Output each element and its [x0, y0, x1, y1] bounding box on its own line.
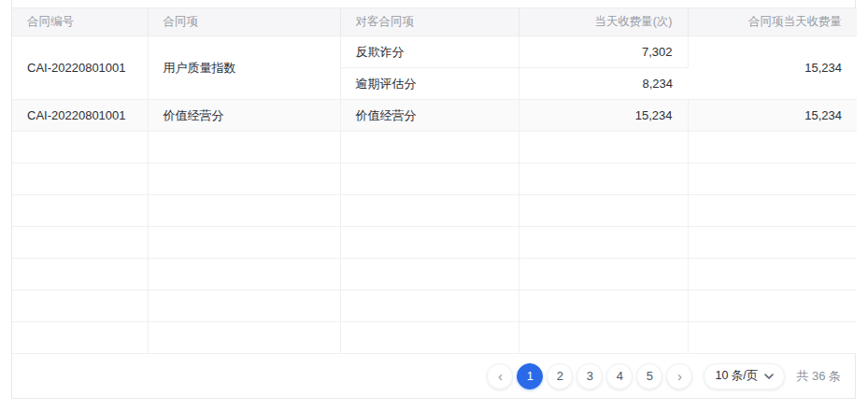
empty-row	[12, 290, 857, 322]
empty-row	[12, 322, 857, 354]
chevron-left-icon: ‹	[498, 369, 503, 383]
header-customer-contract-item: 对客合同项	[340, 8, 519, 36]
header-row: 合同编号 合同项 对客合同项 当天收费量(次) 合同项当天收费量	[12, 8, 857, 36]
empty-row	[12, 227, 857, 259]
header-item-daily-charge: 合同项当天收费量	[688, 8, 857, 36]
empty-row	[12, 163, 857, 195]
daily-count-cell: 7,302	[519, 36, 688, 68]
chevron-down-icon	[764, 374, 774, 379]
customer-item-cell: 价值经营分	[340, 100, 519, 132]
next-page-button[interactable]: ›	[666, 363, 692, 389]
prev-page-button[interactable]: ‹	[487, 363, 513, 389]
page-button-2[interactable]: 2	[547, 363, 573, 389]
empty-row	[12, 195, 857, 227]
item-total-cell: 15,234	[688, 36, 857, 100]
table-row: CAI-20220801001 价值经营分 价值经营分 15,234 15,23…	[12, 100, 857, 132]
daily-count-cell: 15,234	[519, 100, 688, 132]
chevron-right-icon: ›	[677, 369, 682, 383]
pagination-bar: ‹ 1 2 3 4 5 › 10 条/页 共 36 条	[12, 354, 855, 398]
header-contract-id: 合同编号	[12, 8, 148, 36]
contract-id-cell: CAI-20220801001	[12, 36, 148, 100]
table-panel: 合同编号 合同项 对客合同项 当天收费量(次) 合同项当天收费量 CAI-202…	[11, 0, 856, 399]
page-button-4[interactable]: 4	[606, 363, 633, 389]
table-row: CAI-20220801001 用户质量指数 反欺诈分 7,302 15,234	[12, 36, 857, 68]
contract-item-cell: 价值经营分	[148, 100, 340, 132]
total-count-label: 共 36 条	[796, 368, 841, 385]
daily-count-cell: 8,234	[519, 68, 688, 100]
header-contract-item: 合同项	[148, 8, 340, 36]
empty-row	[12, 132, 857, 163]
item-total-cell: 15,234	[688, 100, 857, 132]
contract-id-cell: CAI-20220801001	[12, 100, 148, 132]
page-button-3[interactable]: 3	[576, 363, 603, 389]
contract-item-cell: 用户质量指数	[148, 36, 340, 100]
customer-item-cell: 逾期评估分	[340, 68, 519, 100]
customer-item-cell: 反欺诈分	[340, 36, 519, 68]
page-button-1[interactable]: 1	[517, 363, 543, 389]
page-button-5[interactable]: 5	[636, 363, 662, 389]
header-daily-charge-count: 当天收费量(次)	[519, 8, 688, 36]
page-size-select[interactable]: 10 条/页	[704, 363, 785, 389]
page-size-label: 10 条/页	[715, 368, 758, 384]
empty-row	[12, 259, 857, 290]
billing-table: 合同编号 合同项 对客合同项 当天收费量(次) 合同项当天收费量 CAI-202…	[12, 7, 857, 354]
